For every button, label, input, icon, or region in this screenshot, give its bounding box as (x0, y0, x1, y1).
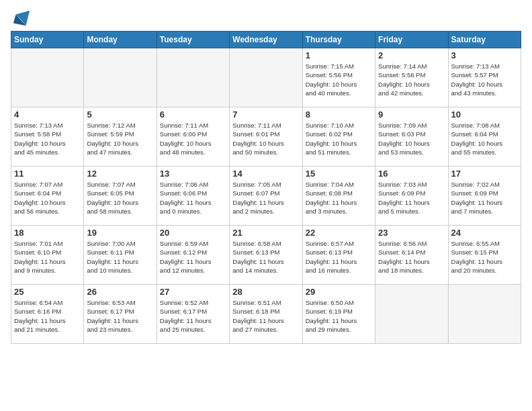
day-cell: 17Sunrise: 7:02 AM Sunset: 6:09 PM Dayli… (448, 167, 521, 226)
day-number: 1 (306, 50, 372, 60)
weekday-header-wednesday: Wednesday (230, 32, 302, 48)
day-cell: 22Sunrise: 6:57 AM Sunset: 6:13 PM Dayli… (302, 226, 375, 285)
day-info: Sunrise: 7:01 AM Sunset: 6:10 PM Dayligh… (14, 239, 81, 275)
weekday-header-sunday: Sunday (11, 32, 84, 48)
weekday-header-friday: Friday (375, 32, 448, 48)
day-cell: 21Sunrise: 6:58 AM Sunset: 6:13 PM Dayli… (230, 226, 302, 285)
day-cell (448, 285, 521, 344)
day-info: Sunrise: 6:54 AM Sunset: 6:16 PM Dayligh… (14, 298, 81, 334)
week-row-5: 25Sunrise: 6:54 AM Sunset: 6:16 PM Dayli… (11, 285, 521, 344)
day-number: 11 (14, 169, 81, 179)
day-info: Sunrise: 6:52 AM Sunset: 6:17 PM Dayligh… (160, 298, 226, 334)
day-info: Sunrise: 6:50 AM Sunset: 6:19 PM Dayligh… (306, 298, 372, 334)
day-number: 15 (306, 169, 372, 179)
week-row-3: 11Sunrise: 7:07 AM Sunset: 6:04 PM Dayli… (11, 167, 521, 226)
day-cell: 25Sunrise: 6:54 AM Sunset: 6:16 PM Dayli… (11, 285, 84, 344)
day-cell: 12Sunrise: 7:07 AM Sunset: 6:05 PM Dayli… (84, 167, 157, 226)
day-info: Sunrise: 6:55 AM Sunset: 6:15 PM Dayligh… (451, 239, 518, 275)
day-number: 8 (306, 109, 372, 120)
day-info: Sunrise: 7:03 AM Sunset: 6:09 PM Dayligh… (378, 180, 445, 216)
day-info: Sunrise: 6:51 AM Sunset: 6:18 PM Dayligh… (232, 298, 299, 334)
day-info: Sunrise: 7:00 AM Sunset: 6:11 PM Dayligh… (87, 239, 153, 275)
calendar-table: SundayMondayTuesdayWednesdayThursdayFrid… (11, 31, 521, 344)
day-cell: 7Sunrise: 7:11 AM Sunset: 6:01 PM Daylig… (230, 107, 302, 167)
day-cell: 16Sunrise: 7:03 AM Sunset: 6:09 PM Dayli… (375, 167, 448, 226)
logo (11, 9, 31, 26)
day-info: Sunrise: 6:59 AM Sunset: 6:12 PM Dayligh… (160, 239, 226, 275)
day-cell (375, 285, 448, 344)
week-row-4: 18Sunrise: 7:01 AM Sunset: 6:10 PM Dayli… (11, 226, 521, 285)
day-info: Sunrise: 7:13 AM Sunset: 5:57 PM Dayligh… (451, 62, 518, 97)
day-info: Sunrise: 7:09 AM Sunset: 6:03 PM Dayligh… (378, 121, 445, 156)
day-cell: 14Sunrise: 7:05 AM Sunset: 6:07 PM Dayli… (230, 167, 302, 226)
day-number: 22 (306, 228, 372, 238)
day-info: Sunrise: 6:58 AM Sunset: 6:13 PM Dayligh… (232, 239, 299, 275)
day-cell: 6Sunrise: 7:11 AM Sunset: 6:00 PM Daylig… (157, 107, 229, 167)
day-cell: 19Sunrise: 7:00 AM Sunset: 6:11 PM Dayli… (84, 226, 157, 285)
day-info: Sunrise: 7:12 AM Sunset: 5:59 PM Dayligh… (87, 121, 153, 156)
day-number: 26 (87, 287, 153, 297)
day-number: 18 (14, 228, 81, 238)
day-number: 2 (378, 50, 445, 60)
day-number: 3 (451, 50, 518, 60)
day-info: Sunrise: 7:11 AM Sunset: 6:01 PM Dayligh… (232, 121, 299, 156)
day-cell (11, 48, 84, 107)
day-number: 12 (87, 169, 153, 179)
day-cell: 27Sunrise: 6:52 AM Sunset: 6:17 PM Dayli… (157, 285, 229, 344)
day-number: 19 (87, 228, 153, 238)
day-cell (157, 48, 229, 107)
day-cell: 5Sunrise: 7:12 AM Sunset: 5:59 PM Daylig… (84, 107, 157, 167)
day-cell: 23Sunrise: 6:56 AM Sunset: 6:14 PM Dayli… (375, 226, 448, 285)
day-number: 4 (14, 109, 81, 120)
weekday-header-thursday: Thursday (302, 32, 375, 48)
header (11, 9, 521, 26)
day-cell: 8Sunrise: 7:10 AM Sunset: 6:02 PM Daylig… (302, 107, 375, 167)
day-cell: 10Sunrise: 7:08 AM Sunset: 6:04 PM Dayli… (448, 107, 521, 167)
day-info: Sunrise: 7:14 AM Sunset: 5:56 PM Dayligh… (378, 62, 445, 97)
day-number: 27 (160, 287, 226, 297)
day-cell: 26Sunrise: 6:53 AM Sunset: 6:17 PM Dayli… (84, 285, 157, 344)
day-number: 7 (232, 109, 299, 120)
weekday-header-saturday: Saturday (448, 32, 521, 48)
day-cell (84, 48, 157, 107)
day-info: Sunrise: 6:53 AM Sunset: 6:17 PM Dayligh… (87, 298, 153, 334)
day-cell: 9Sunrise: 7:09 AM Sunset: 6:03 PM Daylig… (375, 107, 448, 167)
day-number: 29 (306, 287, 372, 297)
day-info: Sunrise: 6:56 AM Sunset: 6:14 PM Dayligh… (378, 239, 445, 275)
week-row-2: 4Sunrise: 7:13 AM Sunset: 5:58 PM Daylig… (11, 107, 521, 167)
day-number: 5 (87, 109, 153, 120)
day-cell: 11Sunrise: 7:07 AM Sunset: 6:04 PM Dayli… (11, 167, 84, 226)
day-number: 20 (160, 228, 226, 238)
day-cell: 2Sunrise: 7:14 AM Sunset: 5:56 PM Daylig… (375, 48, 448, 107)
day-cell: 18Sunrise: 7:01 AM Sunset: 6:10 PM Dayli… (11, 226, 84, 285)
day-info: Sunrise: 7:15 AM Sunset: 5:56 PM Dayligh… (306, 62, 372, 97)
day-number: 6 (160, 109, 226, 120)
day-info: Sunrise: 7:13 AM Sunset: 5:58 PM Dayligh… (14, 121, 81, 156)
day-number: 16 (378, 169, 445, 179)
day-number: 28 (232, 287, 299, 297)
day-cell: 1Sunrise: 7:15 AM Sunset: 5:56 PM Daylig… (302, 48, 375, 107)
logo-icon (12, 9, 31, 28)
day-info: Sunrise: 7:04 AM Sunset: 6:08 PM Dayligh… (306, 180, 372, 216)
day-cell: 15Sunrise: 7:04 AM Sunset: 6:08 PM Dayli… (302, 167, 375, 226)
day-cell (230, 48, 302, 107)
day-number: 25 (14, 287, 81, 297)
day-cell: 13Sunrise: 7:06 AM Sunset: 6:06 PM Dayli… (157, 167, 229, 226)
day-info: Sunrise: 7:11 AM Sunset: 6:00 PM Dayligh… (160, 121, 226, 156)
day-cell: 20Sunrise: 6:59 AM Sunset: 6:12 PM Dayli… (157, 226, 229, 285)
day-number: 9 (378, 109, 445, 120)
day-info: Sunrise: 7:07 AM Sunset: 6:04 PM Dayligh… (14, 180, 81, 216)
day-number: 17 (451, 169, 518, 179)
day-number: 10 (451, 109, 518, 120)
day-cell: 24Sunrise: 6:55 AM Sunset: 6:15 PM Dayli… (448, 226, 521, 285)
day-info: Sunrise: 7:06 AM Sunset: 6:06 PM Dayligh… (160, 180, 226, 216)
weekday-header-monday: Monday (84, 32, 157, 48)
day-number: 13 (160, 169, 226, 179)
day-number: 24 (451, 228, 518, 238)
day-info: Sunrise: 7:07 AM Sunset: 6:05 PM Dayligh… (87, 180, 153, 216)
day-cell: 28Sunrise: 6:51 AM Sunset: 6:18 PM Dayli… (230, 285, 302, 344)
day-cell: 4Sunrise: 7:13 AM Sunset: 5:58 PM Daylig… (11, 107, 84, 167)
day-number: 23 (378, 228, 445, 238)
weekday-header-tuesday: Tuesday (157, 32, 229, 48)
day-cell: 29Sunrise: 6:50 AM Sunset: 6:19 PM Dayli… (302, 285, 375, 344)
